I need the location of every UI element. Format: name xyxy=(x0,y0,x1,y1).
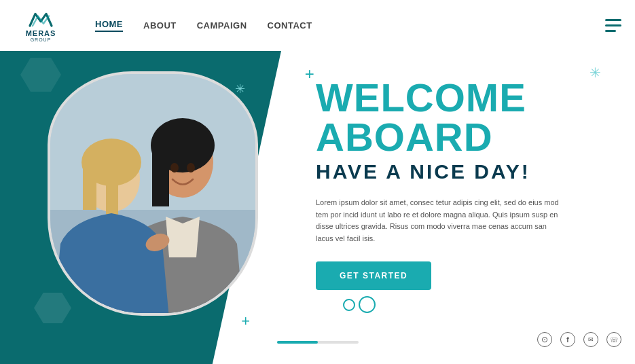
progress-indicator xyxy=(277,341,359,344)
plus-top-deco: + xyxy=(305,65,314,84)
instagram-icon[interactable]: ⊙ xyxy=(537,332,552,347)
logo-sub: GROUP xyxy=(31,37,52,42)
main-nav: HOME ABOUT CAMPAIGN CONTACT xyxy=(95,19,605,32)
main-content: ✳ + xyxy=(0,51,635,364)
hero-photo xyxy=(48,71,258,316)
tagline-heading: HAVE A NICE DAY! xyxy=(316,160,615,183)
circles-decoration xyxy=(343,296,376,313)
facebook-icon[interactable]: f xyxy=(560,332,575,347)
aboard-heading: ABOARD xyxy=(316,117,615,157)
nav-home[interactable]: HOME xyxy=(95,19,123,32)
hamburger-menu-icon[interactable] xyxy=(605,19,621,32)
logo-svg xyxy=(27,9,54,29)
logo[interactable]: MERAS GROUP xyxy=(14,9,68,42)
plus-bottom-deco: + xyxy=(241,312,250,330)
logo-name: MERAS xyxy=(26,29,56,37)
twitter-icon[interactable]: ✉ xyxy=(583,332,598,347)
svg-rect-12 xyxy=(83,162,96,210)
get-started-button[interactable]: GET STARTED xyxy=(316,261,431,290)
progress-fill xyxy=(277,341,318,344)
social-links: ⊙ f ✉ ☏ xyxy=(537,332,621,347)
hero-description: Lorem ipsum dolor sit amet, consec tetur… xyxy=(316,197,560,244)
sparkle-right-icon: ✳ xyxy=(589,65,601,81)
svg-point-8 xyxy=(187,163,195,172)
nav-contact[interactable]: CONTACT xyxy=(268,20,312,31)
svg-rect-6 xyxy=(152,152,169,206)
hero-image-svg xyxy=(50,74,258,316)
nav-campaign[interactable]: CAMPAIGN xyxy=(197,20,247,31)
header: MERAS GROUP HOME ABOUT CAMPAIGN CONTACT xyxy=(0,0,635,51)
circle-small xyxy=(343,299,355,311)
svg-point-7 xyxy=(170,163,179,172)
nav-about[interactable]: ABOUT xyxy=(143,20,177,31)
sparkle-left-icon: ✳ xyxy=(235,81,245,96)
hero-text-section: ✳ WELCOME ABOARD HAVE A NICE DAY! Lorem … xyxy=(316,78,615,290)
whatsapp-icon[interactable]: ☏ xyxy=(606,332,621,347)
welcome-heading: WELCOME xyxy=(316,78,615,117)
circle-big xyxy=(359,296,376,313)
